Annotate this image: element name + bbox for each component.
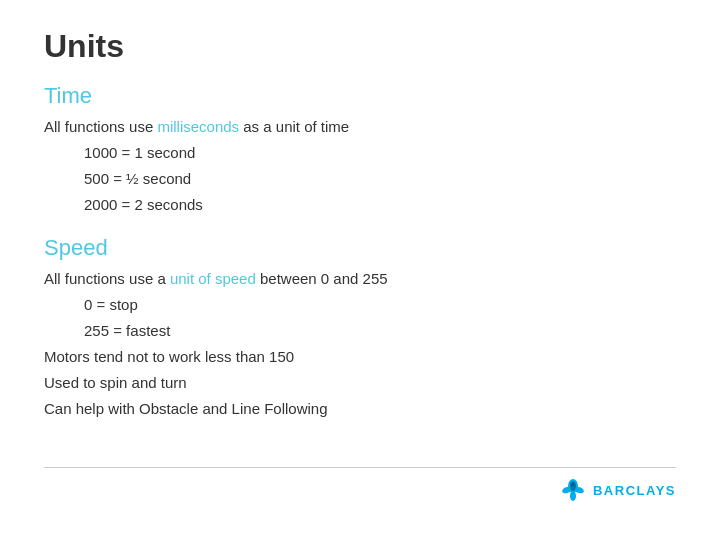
barclays-text: BARCLAYS (593, 483, 676, 498)
speed-intro: All functions use a unit of speed betwee… (44, 267, 676, 291)
speed-extra-2: Used to spin and turn (44, 371, 676, 395)
page-container: Units Time All functions use millisecond… (0, 0, 720, 540)
time-intro-highlight: milliseconds (157, 118, 239, 135)
speed-extra-1: Motors tend not to work less than 150 (44, 345, 676, 369)
section-speed: Speed All functions use a unit of speed … (44, 235, 676, 423)
page-title: Units (44, 28, 676, 65)
speed-extra-3: Can help with Obstacle and Line Followin… (44, 397, 676, 421)
svg-point-3 (570, 491, 576, 501)
speed-item-2: 255 = fastest (84, 319, 676, 343)
time-item-3: 2000 = 2 seconds (84, 193, 676, 217)
section-time: Time All functions use milliseconds as a… (44, 83, 676, 219)
time-intro-before: All functions use (44, 118, 157, 135)
time-intro-after: as a unit of time (239, 118, 349, 135)
time-item-2: 500 = ½ second (84, 167, 676, 191)
barclays-eagle-icon (559, 476, 587, 504)
time-item-1: 1000 = 1 second (84, 141, 676, 165)
time-heading: Time (44, 83, 676, 109)
speed-intro-highlight: unit of speed (170, 270, 256, 287)
speed-heading: Speed (44, 235, 676, 261)
speed-item-1: 0 = stop (84, 293, 676, 317)
footer: BARCLAYS (44, 467, 676, 504)
barclays-logo: BARCLAYS (559, 476, 676, 504)
speed-intro-after: between 0 and 255 (256, 270, 388, 287)
speed-intro-before: All functions use a (44, 270, 170, 287)
time-intro: All functions use milliseconds as a unit… (44, 115, 676, 139)
